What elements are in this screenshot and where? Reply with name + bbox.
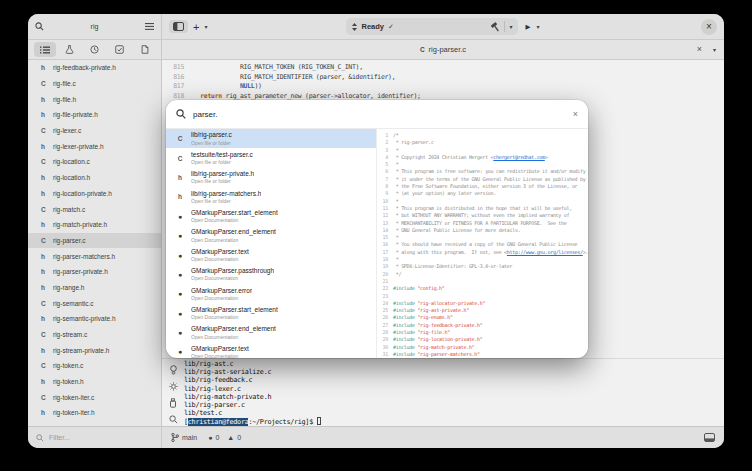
filter-search-icon (36, 434, 44, 442)
search-icon[interactable] (35, 22, 44, 31)
sidebar-file-row[interactable]: C rig-token.c (28, 358, 161, 374)
preview-line-number: 18 (377, 256, 388, 262)
run-button[interactable]: ▶ (525, 23, 530, 31)
preview-line: 7 * it under the terms of the GNU Genera… (377, 176, 588, 183)
search-result-row[interactable]: ● GMarkupParser.end_element Open Documen… (166, 323, 376, 342)
sidebar-file-row[interactable]: C rig-semantic.c (28, 295, 161, 311)
sidebar-file-row[interactable]: h rig-stream-private.h (28, 342, 161, 358)
search-panel-icon[interactable] (169, 415, 178, 424)
file-name: rig-match-private.h (53, 221, 107, 228)
sidebar-file-row[interactable]: C rig-stream.c (28, 327, 161, 343)
terminal-view[interactable]: lib/rig-ast.clib/rig-ast-serialize.clib/… (184, 359, 724, 426)
result-subtitle: Open Documentation (191, 217, 278, 223)
preview-line: 30#include "rig-match-private.h" (377, 344, 588, 351)
sidebar-file-row[interactable]: h rig-lexer-private.h (28, 138, 161, 154)
search-query-input[interactable]: parser. (193, 110, 566, 119)
sidebar-file-row[interactable]: C rig-file.c (28, 76, 161, 92)
sidebar-filter[interactable]: Filter... (28, 427, 162, 448)
result-subtitle: Open Documentation (191, 353, 249, 358)
error-count: 0 (215, 434, 219, 441)
search-result-row[interactable]: ● GMarkupParser.start_element Open Docum… (166, 304, 376, 323)
checkbox-icon (115, 45, 124, 54)
tab-file-name[interactable]: rig-parser.c (429, 45, 467, 54)
menu-icon[interactable] (145, 23, 154, 30)
sidebar-file-row[interactable]: C rig-token-iter.c (28, 389, 161, 405)
search-result-row[interactable]: ● GMarkupParser.passthrough Open Documen… (166, 265, 376, 284)
diagnostics-indicator[interactable]: ●0 ▲0 (208, 434, 241, 441)
result-type-icon: ● (175, 310, 185, 317)
popup-close-icon[interactable]: × (573, 110, 578, 119)
filter-placeholder: Filter... (49, 434, 70, 441)
preview-line: 24#include "rig-allocator-private.h" (377, 300, 588, 307)
gear-icon[interactable] (169, 382, 178, 391)
search-result-row[interactable]: ● GMarkupParser.start_element Open Docum… (166, 207, 376, 226)
search-result-row[interactable]: ● GMarkupParser.text Open Documentation (166, 245, 376, 264)
sidebar-file-row[interactable]: C rig-location.c (28, 154, 161, 170)
panel-left-icon (173, 22, 184, 31)
new-tab-caret-icon[interactable]: ▾ (204, 24, 207, 30)
result-type-icon: ● (175, 329, 185, 336)
sidebar-tab-documentation[interactable] (134, 42, 156, 57)
window-close-button[interactable]: × (701, 19, 717, 35)
search-result-row[interactable]: ● GMarkupParser.text Open Documentation (166, 342, 376, 358)
git-branch-icon (171, 433, 179, 442)
build-menu-caret-icon[interactable]: ▾ (509, 24, 512, 30)
sidebar-file-row[interactable]: C rig-lexer.c (28, 123, 161, 139)
sidebar-tab-todo[interactable] (109, 42, 131, 57)
preview-code: * but WITHOUT ANY WARRANTY; without even… (393, 212, 569, 218)
jar-icon[interactable] (169, 398, 177, 408)
toggle-bottom-panel-button[interactable] (704, 433, 715, 442)
preview-line-number: 17 (377, 249, 388, 255)
sidebar-tab-project-tree[interactable] (34, 42, 56, 57)
search-result-row[interactable]: h lib/rig-parser-matchers.h Open file or… (166, 187, 376, 206)
lightbulb-icon[interactable] (169, 365, 178, 375)
file-type-icon: h (41, 64, 48, 71)
sidebar-file-row[interactable]: h rig-range.h (28, 280, 161, 296)
preview-code: #include "rig-file.h" (393, 329, 450, 335)
preview-code: #include "rig-location-private.h" (393, 336, 482, 342)
sidebar-file-row[interactable]: h rig-parser-private.h (28, 264, 161, 280)
build-hammer-icon[interactable] (490, 22, 500, 32)
main-header: + ▾ Ready ✓ ▾ ▶ ▾ × (162, 14, 724, 39)
sidebar-file-row[interactable]: C rig-match.c (28, 201, 161, 217)
sidebar-file-row[interactable]: h rig-location.h (28, 170, 161, 186)
preview-line: 12 * but WITHOUT ANY WARRANTY; without e… (377, 212, 588, 219)
sidebar-file-row[interactable]: h rig-file.h (28, 91, 161, 107)
sidebar-file-row[interactable]: h rig-feedback-private.h (28, 60, 161, 76)
sidebar-file-row[interactable]: h rig-location-private.h (28, 186, 161, 202)
file-name: rig-range.h (53, 284, 84, 291)
file-type-icon: C (41, 80, 48, 87)
sidebar-tab-tests[interactable] (59, 42, 81, 57)
code-line: 817 NULL)) (162, 82, 724, 92)
preview-line: 5 * (377, 161, 588, 168)
tab-close-icon[interactable]: × (697, 45, 702, 54)
branch-indicator[interactable]: main (171, 433, 197, 442)
sidebar-file-row[interactable]: C rig-parser.c (28, 233, 161, 249)
new-tab-button[interactable]: + (191, 22, 201, 32)
sidebar-file-row[interactable]: h rig-file-private.h (28, 107, 161, 123)
search-result-row[interactable]: ● GMarkupParser.error Open Documentation (166, 284, 376, 303)
preview-line-number: 3 (377, 147, 388, 153)
sidebar-file-row[interactable]: h rig-match-private.h (28, 217, 161, 233)
tab-list-caret-icon[interactable]: ▾ (713, 47, 716, 53)
preview-line-number: 16 (377, 241, 388, 247)
search-result-row[interactable]: C testsuite/test-parser.c Open file or f… (166, 148, 376, 167)
preview-code: * GNU General Public License for more de… (393, 227, 520, 233)
preview-line-number: 9 (377, 190, 388, 196)
toggle-sidebar-button[interactable] (169, 20, 188, 33)
sidebar-file-row[interactable]: h rig-semantic-private.h (28, 311, 161, 327)
omnibar[interactable]: Ready ✓ ▾ (346, 18, 518, 35)
file-type-icon: h (41, 347, 48, 354)
run-menu-caret-icon[interactable]: ▾ (536, 24, 539, 30)
search-result-row[interactable]: ● GMarkupParser.end_element Open Documen… (166, 226, 376, 245)
project-name[interactable]: rig (48, 23, 141, 30)
sidebar-file-row[interactable]: h rig-token-iter.h (28, 405, 161, 421)
search-result-row[interactable]: h lib/rig-parser-private.h Open file or … (166, 168, 376, 187)
sidebar-file-row[interactable]: h rig-token.h (28, 374, 161, 390)
file-name: rig-parser.c (53, 237, 86, 244)
file-type-icon: h (41, 221, 48, 228)
sidebar-file-row[interactable]: h rig-parser-matchers.h (28, 248, 161, 264)
sidebar-tab-history[interactable] (84, 42, 106, 57)
search-result-row[interactable]: C lib/rig-parser.c Open file or folder (166, 129, 376, 148)
preview-line: 19 * SPDX-License-Identifier: GPL-3.0-or… (377, 263, 588, 270)
